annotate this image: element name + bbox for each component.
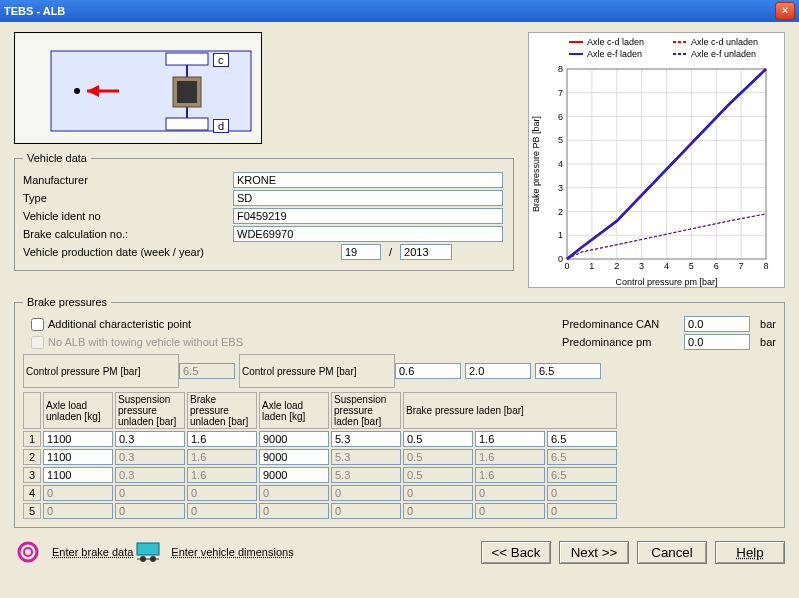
svg-rect-9: [177, 81, 197, 103]
cancel-button[interactable]: Cancel: [637, 541, 707, 564]
svg-rect-59: [137, 543, 159, 555]
addl-label: Additional characteristic point: [48, 318, 191, 330]
svg-text:5: 5: [558, 135, 563, 145]
precan-input[interactable]: [684, 316, 750, 332]
cell-3-3: [259, 485, 329, 501]
ctrl-pm-val-b[interactable]: [465, 363, 531, 379]
manufacturer-input[interactable]: [233, 172, 503, 188]
prepm-input[interactable]: [684, 334, 750, 350]
trailer-diagram: c d: [14, 32, 262, 144]
cell-2-3[interactable]: [259, 467, 329, 483]
ctrl-pm-val-c[interactable]: [535, 363, 601, 379]
cell-1-6: [475, 449, 545, 465]
th-4: Suspension pressure laden [bar]: [331, 392, 401, 429]
ctrl-pm-label-1: Control pressure PM [bar]: [23, 354, 179, 388]
cell-2-0[interactable]: [43, 467, 113, 483]
cell-0-2[interactable]: [187, 431, 257, 447]
svg-text:Brake pressure PB [bar]: Brake pressure PB [bar]: [531, 116, 541, 212]
svg-text:4: 4: [558, 159, 563, 169]
svg-text:1: 1: [558, 230, 563, 240]
cell-0-5[interactable]: [403, 431, 473, 447]
cell-4-4: [331, 503, 401, 519]
svg-point-57: [19, 543, 37, 561]
svg-point-1: [74, 88, 80, 94]
cell-4-3: [259, 503, 329, 519]
ident-label: Vehicle ident no: [23, 210, 233, 222]
cell-4-1: [115, 503, 185, 519]
th-1: Suspension pressure unladen [bar]: [115, 392, 185, 429]
cell-0-1[interactable]: [115, 431, 185, 447]
cell-2-7: [547, 467, 617, 483]
svg-rect-4: [166, 53, 208, 65]
th-3: Axle load laden [kg]: [259, 392, 329, 429]
cell-3-2: [187, 485, 257, 501]
cell-2-2: [187, 467, 257, 483]
week-input[interactable]: [341, 244, 381, 260]
type-label: Type: [23, 192, 233, 204]
cell-1-0[interactable]: [43, 449, 113, 465]
cell-1-2: [187, 449, 257, 465]
svg-text:Control pressure pm [bar]: Control pressure pm [bar]: [615, 277, 717, 287]
th-5: Brake pressure laden [bar]: [403, 392, 617, 429]
cell-0-6[interactable]: [475, 431, 545, 447]
svg-point-58: [24, 548, 32, 556]
row-num: 4: [23, 485, 41, 501]
help-button[interactable]: Help: [715, 541, 785, 564]
cell-0-7[interactable]: [547, 431, 617, 447]
cell-0-4[interactable]: [331, 431, 401, 447]
trailer-icon: [133, 538, 163, 566]
svg-text:Axle c-d unladen: Axle c-d unladen: [691, 37, 758, 47]
cell-3-1: [115, 485, 185, 501]
next-button[interactable]: Next >>: [559, 541, 629, 564]
cell-2-6: [475, 467, 545, 483]
brake-pressures-fieldset: Brake pressures Additional characteristi…: [14, 296, 785, 528]
ctrl-pm-label-2: Control pressure PM [bar]: [239, 354, 395, 388]
proddate-label: Vehicle production date (week / year): [23, 246, 341, 258]
cell-3-5: [403, 485, 473, 501]
cell-1-7: [547, 449, 617, 465]
svg-text:2: 2: [614, 261, 619, 271]
row-num: 1: [23, 431, 41, 447]
enter-brake-link[interactable]: Enter brake data: [52, 546, 133, 558]
close-icon[interactable]: ×: [775, 2, 795, 20]
svg-text:Axle e-f unladen: Axle e-f unladen: [691, 49, 756, 59]
noalb-label: No ALB with towing vehicle without EBS: [48, 336, 243, 348]
cell-3-0: [43, 485, 113, 501]
svg-text:1: 1: [589, 261, 594, 271]
ident-input[interactable]: [233, 208, 503, 224]
axle-label-d: d: [213, 119, 229, 133]
ctrl-pm-val-a[interactable]: [395, 363, 461, 379]
row-num: 2: [23, 449, 41, 465]
back-button[interactable]: << Back: [481, 541, 551, 564]
axle-label-c: c: [213, 53, 229, 67]
brakecalc-input[interactable]: [233, 226, 503, 242]
cell-0-0[interactable]: [43, 431, 113, 447]
svg-text:6: 6: [558, 112, 563, 122]
row-num: 5: [23, 503, 41, 519]
brake-chart-svg: 001122334455667788Control pressure pm [b…: [529, 33, 774, 287]
svg-text:7: 7: [739, 261, 744, 271]
svg-text:8: 8: [763, 261, 768, 271]
cell-4-6: [475, 503, 545, 519]
titlebar: TEBS - ALB ×: [0, 0, 799, 22]
enter-vehicle-link[interactable]: Enter vehicle dimensions: [171, 546, 293, 558]
addl-checkbox[interactable]: [31, 318, 44, 331]
svg-text:3: 3: [639, 261, 644, 271]
svg-text:0: 0: [564, 261, 569, 271]
brake-legend: Brake pressures: [23, 296, 111, 308]
brake-chart: 001122334455667788Control pressure pm [b…: [528, 32, 785, 288]
vehicle-data-fieldset: Vehicle data Manufacturer Type Vehicle i…: [14, 152, 514, 271]
svg-text:8: 8: [558, 64, 563, 74]
brakecalc-label: Brake calculation no.:: [23, 228, 233, 240]
cell-2-5: [403, 467, 473, 483]
svg-text:7: 7: [558, 88, 563, 98]
svg-text:5: 5: [689, 261, 694, 271]
type-input[interactable]: [233, 190, 503, 206]
cell-1-3[interactable]: [259, 449, 329, 465]
slash-label: /: [389, 246, 392, 258]
year-input[interactable]: [400, 244, 452, 260]
cell-2-4: [331, 467, 401, 483]
svg-text:3: 3: [558, 183, 563, 193]
cell-0-3[interactable]: [259, 431, 329, 447]
svg-text:Axle c-d laden: Axle c-d laden: [587, 37, 644, 47]
